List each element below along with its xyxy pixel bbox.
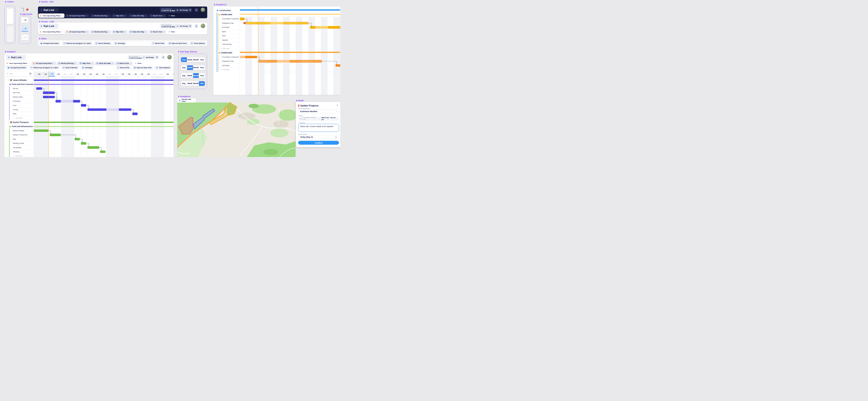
tab-your-upcoming-plans[interactable]: Your Upcoming Plans× [38,30,64,34]
next-publication[interactable]: Next Publication17:00 Fri 15 Nov Not Rea… [160,7,189,12]
tree-row-bottom-ballast[interactable]: Bottom Ballast [4,128,34,133]
gantt-bar-strip[interactable] [132,113,137,115]
tab-map-view[interactable]: Map View× [112,30,127,34]
gantt-bar-track-summary[interactable] [34,126,174,127]
gantt-bar-rail[interactable] [75,138,80,141]
tree-row-james-whitaker[interactable]: James Whitaker [4,78,34,82]
tree-row-sub-base[interactable]: Sub Base [213,63,240,68]
tab-close-icon[interactable]: × [145,15,147,17]
segment-day[interactable]: Day [181,81,187,86]
tree-row-pour[interactable]: Pour [4,103,34,107]
next-publication[interactable]: Next Publication17:00 Fri 15 Nov Not Rea… [128,55,155,59]
avatar[interactable] [201,24,205,28]
tree-row-rail[interactable]: Rail [4,137,34,141]
segment-year[interactable]: Year [199,65,205,70]
tree-row-subgrade-prep[interactable]: Subgrade Prep [213,21,240,25]
tab-board-view[interactable]: Board View× [115,61,132,66]
gantt-bar-ch4000-summary[interactable] [240,52,340,53]
segment-month[interactable]: Month [193,57,199,62]
gantt-bar-sleeper[interactable] [50,134,61,136]
notifications-button[interactable] [194,8,198,12]
tree-row-seal[interactable]: Seal [213,34,240,38]
site-map[interactable] [177,103,296,157]
add-task-button[interactable]: Add task [220,69,229,70]
gantt-bar-ch2000-summary[interactable] [240,14,340,15]
notifications-button[interactable] [194,24,198,28]
reset-view-button[interactable]: Reset View [151,41,166,45]
tab-close-icon[interactable]: × [62,15,63,17]
avatar[interactable] [201,8,205,12]
record-date-field[interactable]: Today (Day 2) [298,135,339,139]
tab-close-icon[interactable]: × [87,15,88,17]
next-6-months-button[interactable]: Next 6 Months [94,41,112,45]
notifications-button[interactable] [161,55,165,59]
tree-row-rachel-thompson[interactable]: Rachel Thompson [4,120,34,124]
tree-row-subgrade-prep[interactable]: Subgrade Prep [213,59,240,63]
filtered-by-assignee-1-other-button[interactable]: Filtered by Assignee & 1 other [62,41,93,45]
avatar[interactable] [167,55,172,59]
tab-close-icon[interactable]: × [108,31,110,33]
gantt-bar-siteprep[interactable] [43,91,55,94]
tree-row-tamping[interactable]: Tamping [4,150,34,154]
tab-daily-site-map[interactable]: Daily Site Map× [128,30,148,34]
tree-row-construction[interactable]: Construction [213,8,240,12]
tab-close-icon[interactable]: × [87,31,88,33]
tree-row-form-and-pour-concrete[interactable]: Form and Pour Concrete [4,82,34,86]
confirm-button[interactable]: Confirm [298,141,339,145]
tree-row-rebar-install[interactable]: Rebar Install [4,95,34,99]
help-button[interactable]: ? [188,24,192,28]
save-as-new-view-button[interactable]: Save as New View [132,66,153,70]
tree-row-ch4000-5000[interactable]: CH4000-5000 [213,51,240,55]
tab-map-view[interactable]: Map View× [78,61,94,66]
gantt-bar-curing[interactable] [88,108,131,111]
tree-row-formwork[interactable]: Formwork [4,99,34,103]
gantt-bar-rachel-summary[interactable] [34,122,174,123]
segment-week[interactable]: Week [187,65,193,70]
add-task-button[interactable]: Add task [220,48,229,50]
tab-close-icon[interactable]: × [125,31,126,33]
tree-row-foundation-treatment[interactable]: Foundation Treatment [213,55,240,59]
tree-row-curing[interactable]: Curing [4,108,34,112]
gantt-bar-sb2[interactable] [336,64,340,67]
tab-weekly-site-view[interactable]: Weekly Site View × [177,98,196,103]
tree-row-linemarking[interactable]: Linemarking [213,42,240,47]
tab-close-icon[interactable]: × [53,62,55,64]
tree-row-top-ballast[interactable]: Top Ballast [4,145,34,149]
app-logo-button[interactable]: Rail Link [39,24,59,29]
overlays-button[interactable]: Overlays [81,66,94,70]
tree-row-survey[interactable]: Survey [4,86,34,91]
gantt-bar-rebar[interactable] [43,96,55,98]
next-publication[interactable]: Next Publication17:00 Fri 15 Nov Not Rea… [160,24,189,29]
comment-textarea[interactable]: 20mm rain. Access needs to be repaired [298,124,339,132]
segment-year[interactable]: Year [199,73,205,78]
segment-day[interactable]: Day [181,65,187,70]
tab-close-icon[interactable]: × [193,99,194,102]
tab-weekly-meeting[interactable]: Weekly Meeting× [90,30,111,34]
app-logo-button[interactable]: Rail Link [39,7,59,12]
close-icon[interactable]: × [337,104,338,107]
segment-day[interactable]: Day [181,73,187,78]
tab-your-upcoming-plans[interactable]: Your Upcoming Plans× [38,13,64,18]
add-view-button[interactable]: View [133,61,143,66]
segment-week[interactable]: Week [187,57,193,62]
tree-row-sub-base[interactable]: Sub Base [213,25,240,30]
gantt-bar-survey[interactable] [36,87,42,90]
tab-daily-site-map[interactable]: Daily Site Map× [95,61,115,66]
view-options-button[interactable]: View Options [189,41,206,45]
segment-year[interactable]: Year [199,81,205,86]
tab-daily-site-map[interactable]: Daily Site Map× [128,14,148,18]
tab-close-icon[interactable]: × [125,15,126,17]
reset-view-button[interactable]: Reset View [116,66,131,70]
tab-close-icon[interactable]: × [163,31,164,33]
gantt-bar-bottom-ballast[interactable] [34,130,49,132]
tab-close-icon[interactable]: × [62,31,63,33]
help-button[interactable]: ? [155,55,159,59]
segment-week[interactable]: Week [187,73,193,78]
tree-row-welding-joints[interactable]: Welding Joints [4,141,34,145]
save-as-new-view-button[interactable]: Save as New View [167,41,188,45]
gantt-bar-formpour-summary[interactable] [34,84,174,85]
tree-row-asphalt[interactable]: Asphalt [213,38,240,42]
next-6-months-button[interactable]: Next 6 Months [61,66,79,70]
tree-row-base[interactable]: Base [213,30,240,34]
tree-row-site-prep[interactable]: Site Prep [4,91,34,95]
